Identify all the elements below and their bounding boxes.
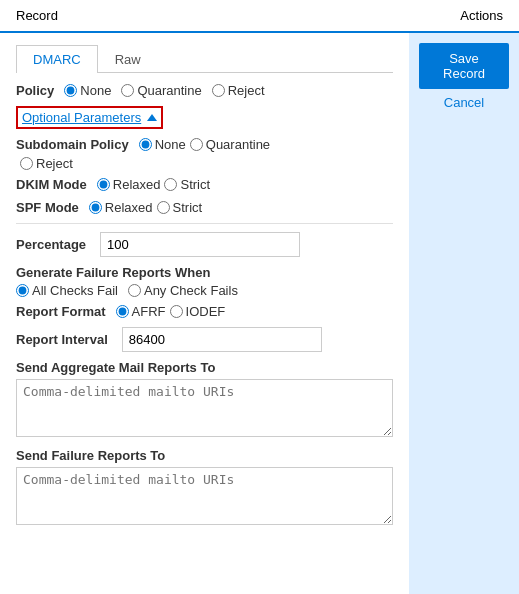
policy-label: Policy: [16, 83, 54, 98]
chevron-up-icon: [147, 114, 157, 121]
tab-dmarc[interactable]: DMARC: [16, 45, 98, 73]
generate-reports-options: All Checks Fail Any Check Fails: [16, 283, 393, 298]
failure-reports-input[interactable]: [16, 467, 393, 525]
dkim-strict[interactable]: Strict: [164, 177, 210, 192]
aggregate-mail-label: Send Aggregate Mail Reports To: [16, 360, 393, 375]
percentage-input[interactable]: [100, 232, 300, 257]
tab-bar: DMARC Raw: [16, 45, 393, 73]
spf-mode-label: SPF Mode: [16, 200, 79, 215]
subdomain-section: Subdomain Policy None Quarantine Reject: [16, 137, 393, 171]
cancel-button[interactable]: Cancel: [444, 95, 484, 110]
report-interval-label: Report Interval: [16, 332, 108, 347]
actions-title: Actions: [460, 8, 503, 23]
spf-mode-row: SPF Mode Relaxed Strict: [16, 200, 393, 215]
policy-row: Policy None Quarantine Reject: [16, 83, 393, 98]
divider-1: [16, 223, 393, 224]
all-checks-fail[interactable]: All Checks Fail: [16, 283, 118, 298]
policy-quarantine[interactable]: Quarantine: [121, 83, 201, 98]
record-title: Record: [16, 8, 58, 23]
percentage-label: Percentage: [16, 237, 86, 252]
generate-reports-section: Generate Failure Reports When All Checks…: [16, 265, 393, 298]
policy-reject[interactable]: Reject: [212, 83, 265, 98]
failure-reports-label: Send Failure Reports To: [16, 448, 393, 463]
percentage-row: Percentage: [16, 232, 393, 257]
subdomain-none[interactable]: None: [139, 137, 186, 152]
spf-relaxed[interactable]: Relaxed: [89, 200, 153, 215]
dkim-mode-label: DKIM Mode: [16, 177, 87, 192]
any-check-fails[interactable]: Any Check Fails: [128, 283, 238, 298]
aggregate-mail-group: Send Aggregate Mail Reports To: [16, 360, 393, 440]
subdomain-policy-label: Subdomain Policy: [16, 137, 129, 152]
report-format-row: Report Format AFRF IODEF: [16, 304, 393, 319]
generate-reports-label: Generate Failure Reports When: [16, 265, 393, 280]
policy-none[interactable]: None: [64, 83, 111, 98]
sidebar: Save Record Cancel: [409, 33, 519, 594]
spf-strict[interactable]: Strict: [157, 200, 203, 215]
dkim-mode-row: DKIM Mode Relaxed Strict: [16, 177, 393, 192]
aggregate-mail-input[interactable]: [16, 379, 393, 437]
policy-options: None Quarantine Reject: [64, 83, 264, 98]
subdomain-reject[interactable]: Reject: [20, 156, 73, 171]
dkim-relaxed[interactable]: Relaxed: [97, 177, 161, 192]
failure-reports-group: Send Failure Reports To: [16, 448, 393, 528]
optional-params-toggle[interactable]: Optional Parameters: [16, 106, 163, 129]
subdomain-quarantine[interactable]: Quarantine: [190, 137, 270, 152]
tab-raw[interactable]: Raw: [98, 45, 158, 73]
save-record-button[interactable]: Save Record: [419, 43, 509, 89]
format-afrf[interactable]: AFRF: [116, 304, 166, 319]
report-interval-input[interactable]: [122, 327, 322, 352]
format-iodef[interactable]: IODEF: [170, 304, 226, 319]
report-interval-row: Report Interval: [16, 327, 393, 352]
optional-params-label: Optional Parameters: [22, 110, 141, 125]
report-format-label: Report Format: [16, 304, 106, 319]
